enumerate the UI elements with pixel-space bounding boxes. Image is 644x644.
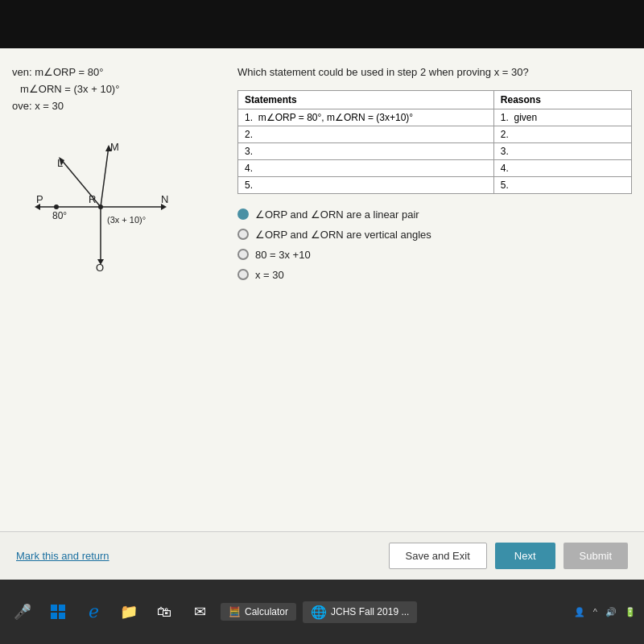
left-panel: ven: m∠ORP = 80° m∠ORN = (3x + 10)° ove:… [12, 64, 221, 539]
statement-4: 4. [238, 159, 494, 176]
calculator-label: Calculator [245, 606, 288, 617]
radio-a[interactable] [237, 208, 249, 220]
choice-text-a: ∠ORP and ∠ORN are a linear pair [255, 208, 419, 221]
svg-text:N: N [161, 193, 168, 205]
screen-top-bezel [0, 0, 644, 48]
geometry-diagram: L M R N P O 80° (3x + 10)° [12, 122, 189, 299]
given-prove-text: ven: m∠ORP = 80° m∠ORN = (3x + 10)° ove:… [12, 64, 221, 114]
calculator-app[interactable]: 🧮 Calculator [221, 603, 296, 621]
email-icon[interactable]: ✉ [185, 597, 214, 626]
submit-button[interactable]: Submit [564, 543, 628, 569]
browser-app[interactable]: 🌐 JCHS Fall 2019 ... [303, 601, 417, 623]
svg-rect-21 [59, 605, 65, 611]
svg-text:(3x + 10)°: (3x + 10)° [107, 215, 146, 225]
mark-return-link[interactable]: Mark this and return [16, 550, 109, 562]
statement-3: 3. [238, 142, 494, 159]
svg-text:R: R [89, 193, 96, 205]
answer-choices: ∠ORP and ∠ORN are a linear pair ∠ORP and… [237, 208, 632, 281]
answer-choice-c[interactable]: 80 = 3x +10 [237, 249, 632, 261]
file-explorer-icon[interactable]: 📁 [114, 597, 143, 626]
radio-c[interactable] [237, 249, 249, 260]
question-text: Which statement could be used in step 2 … [237, 64, 632, 80]
answer-choice-b[interactable]: ∠ORP and ∠ORN are vertical angles [237, 229, 632, 241]
reason-1: 1. given [493, 109, 631, 126]
bottom-buttons: Save and Exit Next Submit [389, 543, 628, 569]
reason-5: 5. [493, 176, 631, 193]
question-area: ven: m∠ORP = 80° m∠ORN = (3x + 10)° ove:… [0, 48, 644, 547]
save-exit-button[interactable]: Save and Exit [389, 543, 487, 569]
next-button[interactable]: Next [495, 543, 555, 569]
content-area: ven: m∠ORP = 80° m∠ORN = (3x + 10)° ove:… [0, 48, 644, 547]
table-row: 1. m∠ORP = 80°, m∠ORN = (3x+10)° 1. give… [238, 109, 632, 126]
taskbar: 🎤 ℯ 📁 🛍 ✉ 🧮 Calculator 🌐 JCHS Fall 2019 … [0, 580, 644, 644]
table-row: 5. 5. [238, 176, 632, 193]
svg-point-11 [54, 204, 59, 209]
svg-text:P: P [36, 193, 43, 205]
microphone-icon[interactable]: 🎤 [8, 597, 37, 626]
svg-point-10 [98, 204, 103, 209]
choice-text-b: ∠ORP and ∠ORN are vertical angles [255, 229, 431, 241]
svg-text:O: O [96, 262, 104, 274]
person-icon: 👤 [574, 607, 585, 617]
svg-rect-22 [51, 613, 57, 619]
statement-1: 1. m∠ORP = 80°, m∠ORN = (3x+10)° [238, 109, 494, 126]
table-row: 4. 4. [238, 159, 632, 176]
svg-text:L: L [57, 157, 63, 169]
choice-text-d: x = 30 [255, 269, 284, 281]
edge-icon[interactable]: ℯ [79, 597, 108, 626]
radio-d[interactable] [237, 269, 249, 280]
reason-4: 4. [493, 159, 631, 176]
svg-rect-20 [51, 605, 57, 611]
battery-icon: 🔋 [625, 607, 636, 617]
svg-text:80°: 80° [52, 210, 67, 221]
radio-b[interactable] [237, 229, 249, 240]
answer-choice-a[interactable]: ∠ORP and ∠ORN are a linear pair [237, 208, 632, 221]
table-row: 3. 3. [238, 142, 632, 159]
diagram-svg: L M R N P O 80° (3x + 10)° [12, 122, 189, 283]
taskbar-right: 👤 ^ 🔊 🔋 [574, 607, 636, 617]
windows-taskbar-icon[interactable] [43, 597, 72, 626]
reasons-header: Reasons [493, 90, 631, 109]
table-row: 2. 2. [238, 126, 632, 142]
browser-label: JCHS Fall 2019 ... [331, 606, 409, 617]
reason-2: 2. [493, 126, 631, 142]
bottom-bar: Mark this and return Save and Exit Next … [0, 531, 644, 580]
proof-table: Statements Reasons 1. m∠ORP = 80°, m∠ORN… [237, 90, 632, 194]
statement-5: 5. [238, 176, 494, 193]
svg-rect-23 [59, 613, 65, 619]
right-panel: Which statement could be used in step 2 … [237, 64, 632, 539]
caret-icon: ^ [593, 607, 597, 617]
chrome-icon: 🌐 [311, 605, 327, 620]
choice-text-c: 80 = 3x +10 [255, 249, 311, 261]
calculator-icon: 🧮 [229, 606, 241, 617]
svg-text:M: M [110, 141, 119, 153]
store-icon[interactable]: 🛍 [150, 597, 179, 626]
svg-line-8 [101, 147, 109, 207]
given-label2: m∠ORN = (3x + 10)° [20, 81, 221, 98]
given-label1: ven: m∠ORP = 80° [12, 64, 221, 81]
answer-choice-d[interactable]: x = 30 [237, 269, 632, 281]
reason-3: 3. [493, 142, 631, 159]
statements-header: Statements [238, 90, 494, 109]
speaker-icon: 🔊 [605, 607, 617, 617]
statement-2: 2. [238, 126, 494, 142]
given-label3: ove: x = 30 [12, 98, 221, 115]
